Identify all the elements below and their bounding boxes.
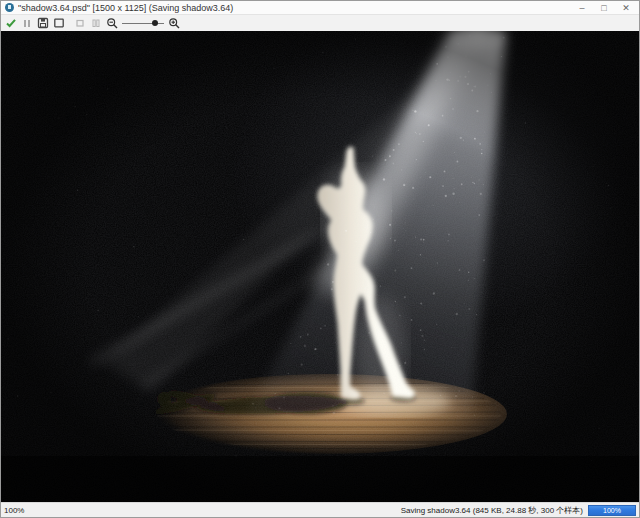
titlebar: "shadow3.64.psd" [1500 x 1125] (Saving s… [1, 1, 639, 15]
window-title: "shadow3.64.psd" [1500 x 1125] (Saving s… [18, 3, 576, 13]
zoom-in-icon [168, 17, 181, 30]
zoom-out-icon [106, 17, 119, 30]
save-progress-label: 100% [589, 506, 635, 515]
compare-columns-icon [90, 17, 102, 29]
pause-icon [21, 17, 33, 29]
zoom-slider[interactable] [122, 17, 164, 30]
zoom-in-button[interactable] [167, 17, 181, 30]
zoom-slider-thumb[interactable] [152, 20, 158, 26]
save-progress-bar: 100% [588, 505, 636, 516]
save-button[interactable] [36, 17, 50, 30]
compare-button[interactable] [89, 17, 103, 30]
check-icon [5, 17, 17, 29]
vignette [1, 31, 639, 502]
apply-button[interactable] [4, 17, 18, 30]
app-icon [5, 3, 14, 12]
app-window: "shadow3.64.psd" [1500 x 1125] (Saving s… [0, 0, 640, 518]
selection-square-icon [74, 17, 86, 29]
copy-image-button[interactable] [52, 17, 66, 30]
zoom-level: 100% [4, 506, 24, 515]
toolbar [1, 15, 639, 31]
selection-button[interactable] [73, 17, 87, 30]
statusbar: 100% Saving shadow3.64 (845 KB, 24.88 秒,… [1, 502, 639, 517]
close-button[interactable]: ✕ [620, 3, 632, 13]
copy-image-icon [53, 17, 65, 29]
render-canvas [1, 31, 639, 502]
save-floppy-icon [37, 17, 49, 29]
window-controls: – □ ✕ [576, 3, 636, 13]
maximize-button[interactable]: □ [598, 3, 610, 13]
saving-status-text: Saving shadow3.64 (845 KB, 24.88 秒, 300 … [401, 505, 583, 516]
zoom-out-button[interactable] [105, 17, 119, 30]
minimize-button[interactable]: – [576, 3, 588, 13]
render-scene [1, 31, 639, 502]
pause-button[interactable] [20, 17, 34, 30]
